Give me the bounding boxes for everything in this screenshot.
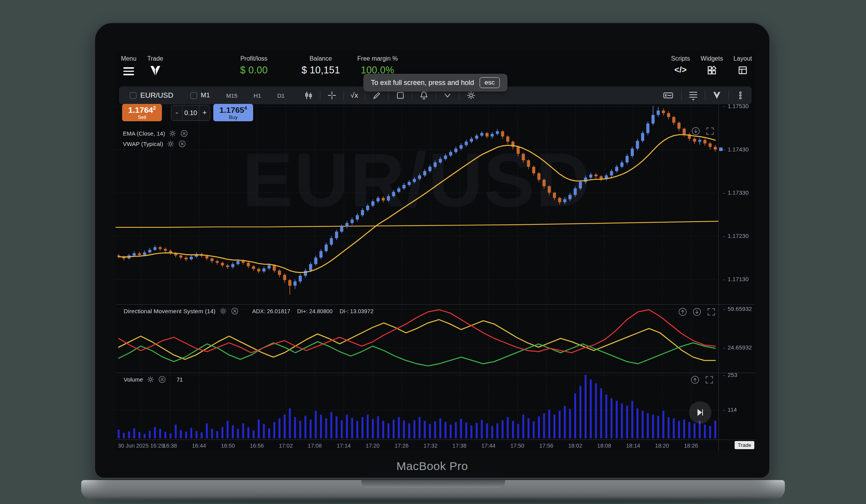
sell-label: Sell [138,115,146,120]
dms-settings-gear-icon[interactable] [219,307,227,315]
time-axis-label: 17:26 [395,443,408,449]
move-pane-up-icon[interactable] [690,375,700,385]
time-axis-label: 18:02 [568,443,582,449]
sell-price-sup: 2 [153,105,156,111]
volume-remove-icon[interactable] [158,375,166,384]
expand-pane-icon[interactable] [704,375,714,385]
snapshot-square-icon[interactable] [395,90,405,100]
price-axis-label: 1.17130 [723,276,749,282]
fullscreen-tooltip: To exit full screen, press and hold esc [363,74,508,92]
timeframe-m15[interactable]: M15 [226,92,237,99]
laptop-lid: Menu Trade Profit/loss $ 0.00 Balance $ … [94,22,771,479]
vwap-legend: VWAP (Typical) [123,140,186,148]
chart-type-candles-icon[interactable] [303,90,313,100]
watchlist-list-icon[interactable] [688,90,698,100]
expand-pane-icon[interactable] [705,126,715,136]
buy-button[interactable]: 1.17654 Buy [213,104,253,121]
scripts-label: Scripts [671,55,690,62]
trade-corner-button[interactable]: Trade [735,441,754,449]
di-plus-value: 24.80800 [309,308,332,314]
stat-balance: Balance $ 10,151 [301,55,340,76]
kebab-menu-icon[interactable] [735,90,745,100]
di-plus-label: DI+: [297,308,308,314]
symbol-selector[interactable]: EUR/USD [140,91,174,100]
vwap-settings-gear-icon[interactable] [167,140,175,148]
dms-axis-label: 59.65932 [723,305,752,312]
hamburger-icon [123,65,134,77]
ema-remove-icon[interactable] [180,129,188,137]
time-axis-label: 18:14 [626,443,640,449]
stepper-plus-button[interactable]: + [199,105,210,120]
layout-label: Layout [733,55,752,62]
balance-value: $ 10,151 [301,64,340,76]
time-axis[interactable]: 30 Jun 2025 16:2916:3816:4416:5016:5617:… [116,440,755,451]
dms-pane-controls [678,307,716,317]
time-axis-label: 17:14 [337,443,350,449]
time-axis-label: 17:38 [453,443,466,449]
profit-loss-label: Profit/loss [240,55,267,62]
price-chart-canvas[interactable] [116,104,718,304]
price-axis-label: 1.17230 [723,232,749,239]
vwap-remove-icon[interactable] [178,140,186,148]
dms-values: ADX: 26.01817 DI+: 24.80800 DI-: 13.0397… [252,308,374,314]
layout-button[interactable]: Layout [732,55,754,77]
alerts-bell-icon[interactable] [419,90,429,100]
timeframe-checkbox[interactable] [191,92,197,99]
price-axis-label: 1.17330 [723,189,749,196]
ema-label: EMA (Close, 14) [123,130,165,137]
scripts-button[interactable]: Scripts </> [669,55,692,75]
symbol-checkbox[interactable] [130,92,136,99]
volume-settings-gear-icon[interactable] [146,375,155,384]
pane-separator[interactable] [116,373,755,373]
app-screen: Menu Trade Profit/loss $ 0.00 Balance $ … [116,50,755,451]
move-pane-down-icon[interactable] [692,307,702,317]
timeframe-m1[interactable]: M1 [201,92,210,99]
buy-price-sup: 4 [244,105,247,111]
trading-panel-card-icon[interactable] [662,90,675,100]
time-axis-label: 17:02 [279,443,293,449]
match-logo-icon[interactable] [712,90,722,100]
code-icon: </> [674,65,687,75]
device-label: MacBook Pro [95,460,769,473]
volume-axis-label: 253 [723,372,737,378]
widgets-label: Widgets [701,55,723,62]
esc-key: esc [480,77,500,88]
indicators-sqrt-icon[interactable]: √x [350,91,358,100]
timeframe-list: M15H1D1 [226,92,301,99]
drawing-pencil-icon[interactable] [372,90,382,100]
volume-current-value: 71 [177,377,183,383]
crosshair-icon[interactable] [327,90,337,100]
stepper-value[interactable]: 0.10 [182,105,199,120]
timeframe-h1[interactable]: H1 [254,92,261,99]
time-axis-label: 17:20 [366,443,379,449]
time-axis-label: 17:32 [424,443,437,449]
scroll-to-latest-button[interactable] [689,401,711,424]
move-pane-up-icon[interactable] [678,307,687,317]
free-margin-label: Free margin % [357,55,398,62]
ema-settings-gear-icon[interactable] [168,129,177,137]
expand-pane-icon[interactable] [706,307,716,317]
chevron-down-icon[interactable] [442,90,453,100]
trade-button[interactable]: Trade [147,55,163,78]
stepper-minus-button[interactable]: - [172,105,182,120]
ema-legend: EMA (Close, 14) [123,129,188,137]
move-pane-down-icon[interactable] [691,126,701,136]
last-price-marker [719,148,723,151]
volume-chart-canvas[interactable] [116,373,718,440]
time-axis-label: 16:44 [192,443,206,449]
laptop-base [81,480,785,499]
laptop-base-notch [361,480,505,488]
sell-price: 1.1764 [128,105,153,114]
timeframe-d1[interactable]: D1 [277,92,285,99]
time-axis-label: 17:44 [481,443,495,449]
time-axis-label: 16:38 [163,443,177,449]
sell-button[interactable]: 1.17642 Sell [122,104,162,121]
stat-free-margin: Free margin % 100.0% [357,55,398,76]
dms-remove-icon[interactable] [231,307,239,315]
widgets-button[interactable]: Widgets [700,55,724,77]
menu-button[interactable]: Menu [121,55,136,77]
volume-pane-controls [690,375,714,385]
settings-gear-icon[interactable] [466,90,476,100]
pane-separator[interactable] [116,304,755,305]
widgets-icon [707,65,717,77]
